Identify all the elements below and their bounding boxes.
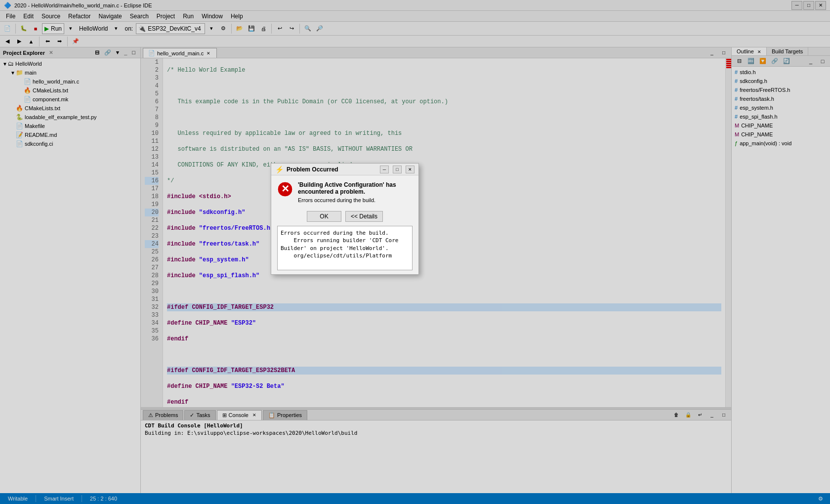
dialog-message-body: Errors occurred during the build.: [298, 197, 413, 203]
svg-text:✕: ✕: [281, 183, 290, 194]
dialog-title: Problem Occurred: [287, 166, 376, 173]
dialog-details-content: Errors occurred during the build. Errors…: [277, 226, 413, 270]
dialog-container: ⚡ Problem Occurred ─ □ ✕ ✕ 'Building Act…: [271, 163, 419, 275]
dialog-minimize-btn[interactable]: ─: [380, 166, 389, 173]
dialog-ok-button[interactable]: OK: [307, 211, 341, 222]
dialog-maximize-btn[interactable]: □: [393, 166, 402, 173]
dialog-buttons: OK << Details: [271, 207, 418, 226]
dialog-error-icon: ✕: [277, 181, 293, 203]
dialog-message-title: 'Building Active Configuration' has enco…: [298, 181, 413, 195]
dialog-message: 'Building Active Configuration' has enco…: [298, 181, 413, 203]
dialog-details-text: Errors occurred during the build. Errors…: [281, 229, 409, 260]
dialog-warning-icon: ⚡: [275, 166, 284, 173]
dialog-close-btn[interactable]: ✕: [406, 166, 415, 173]
dialog-overlay: ⚡ Problem Occurred ─ □ ✕ ✕ 'Building Act…: [0, 0, 830, 504]
dialog-title-bar: ⚡ Problem Occurred ─ □ ✕: [271, 164, 418, 175]
problem-occurred-dialog: ⚡ Problem Occurred ─ □ ✕ ✕ 'Building Act…: [271, 163, 419, 275]
dialog-details-button[interactable]: << Details: [345, 211, 383, 222]
dialog-body: ✕ 'Building Active Configuration' has en…: [271, 175, 418, 207]
